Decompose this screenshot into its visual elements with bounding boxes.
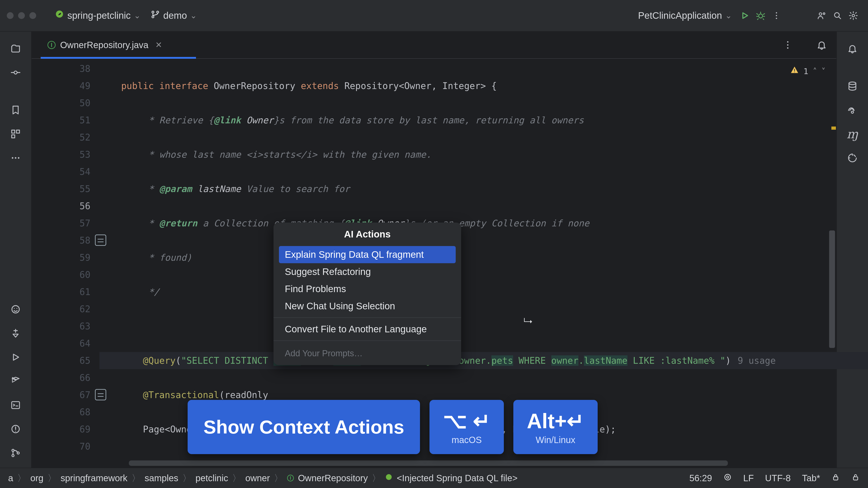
horizontal-scrollbar[interactable] <box>32 459 836 468</box>
vcs-tool-icon[interactable] <box>8 445 24 461</box>
prev-highlight-icon[interactable]: ˄ <box>813 63 817 80</box>
svg-point-28 <box>787 44 788 46</box>
svg-point-11 <box>852 14 855 17</box>
svg-point-29 <box>787 47 788 48</box>
close-tab-icon[interactable]: ✕ <box>155 40 162 50</box>
settings-button[interactable] <box>845 8 861 24</box>
shortcut-mac-label: macOS <box>452 435 482 445</box>
run-config-name: PetClinicApplication <box>638 10 722 21</box>
svg-point-5 <box>776 12 777 13</box>
svg-rect-35 <box>854 477 858 480</box>
svg-point-21 <box>17 308 18 309</box>
method-implement-icon[interactable] <box>95 389 106 400</box>
spring-leaf-icon <box>55 10 64 22</box>
svg-point-12 <box>14 71 17 74</box>
svg-rect-15 <box>12 135 15 138</box>
chevron-down-icon: ⌄ <box>190 11 197 20</box>
search-everywhere-button[interactable] <box>830 8 845 24</box>
commit-tool-icon[interactable] <box>8 65 24 80</box>
svg-point-27 <box>787 41 788 43</box>
popup-item-find-problems[interactable]: Find Problems <box>274 281 461 297</box>
database-tool-icon[interactable] <box>844 78 860 94</box>
notifications-icon[interactable] <box>816 39 827 51</box>
popup-item-convert[interactable]: Convert File to Another Language <box>274 321 461 338</box>
run-tool-icon[interactable] <box>8 349 24 365</box>
code-content[interactable]: public interface OwnerRepository extends… <box>99 59 836 459</box>
branch-name: demo <box>163 10 187 21</box>
line-number-gutter: 38 49 50 51 52 53 54 55 56 57 58 59 60 6… <box>32 59 99 459</box>
shortcut-title: Show Context Actions <box>204 416 404 438</box>
traffic-close[interactable] <box>7 12 13 19</box>
branch-selector[interactable]: demo ⌄ <box>146 7 202 24</box>
svg-point-16 <box>12 157 13 159</box>
popup-title: AI Actions <box>274 223 461 246</box>
inspection-widget[interactable]: 1 ˄ ˅ <box>790 63 826 80</box>
interface-file-icon: I <box>48 41 56 49</box>
next-highlight-icon[interactable]: ˅ <box>822 63 826 80</box>
shortcut-win-label: Win/Linux <box>536 435 576 445</box>
warning-count: 1 <box>803 63 808 80</box>
coverage-tool-icon[interactable] <box>844 150 860 166</box>
popup-item-add-prompts[interactable]: Add Your Prompts… <box>274 344 461 365</box>
popup-separator <box>274 318 461 318</box>
terminal-tool-icon[interactable] <box>8 397 24 413</box>
svg-rect-13 <box>12 130 15 133</box>
svg-point-17 <box>15 157 17 159</box>
usages-hint[interactable]: 9 usage <box>731 352 776 369</box>
breadcrumb-part[interactable]: springframework <box>61 473 127 483</box>
warning-icon <box>790 63 799 80</box>
build-tool-icon[interactable] <box>8 325 24 341</box>
bookmarks-tool-icon[interactable] <box>8 102 24 118</box>
svg-point-7 <box>776 18 777 19</box>
svg-point-6 <box>776 15 777 16</box>
more-menu-button[interactable] <box>769 8 784 24</box>
status-lock-icon[interactable] <box>851 473 860 484</box>
breadcrumb-part[interactable]: a <box>8 473 13 483</box>
shortcut-mac-keys: ⌥ ↵ <box>443 409 490 433</box>
branch-icon <box>151 10 160 22</box>
code-with-me-button[interactable] <box>814 8 830 24</box>
notifications-tool-icon[interactable] <box>844 41 860 57</box>
svg-point-20 <box>14 308 15 309</box>
debug-button[interactable] <box>753 8 769 24</box>
popup-separator <box>274 340 461 341</box>
emoji-tool-icon[interactable] <box>8 301 24 317</box>
svg-point-18 <box>18 157 20 159</box>
run-config-selector[interactable]: PetClinicApplication ⌄ <box>630 8 737 23</box>
chevron-down-icon: ⌄ <box>725 11 732 20</box>
mouse-cursor-icon: ⮡ <box>524 317 532 327</box>
svg-rect-14 <box>17 130 20 133</box>
more-tools-icon[interactable] <box>8 150 24 166</box>
endpoints-tool-icon[interactable] <box>844 102 860 118</box>
file-tab-owner-repository[interactable]: I OwnerRepository.java ✕ <box>41 32 169 58</box>
svg-point-8 <box>819 13 822 15</box>
horizontal-scrollbar-thumb[interactable] <box>129 460 728 466</box>
svg-point-31 <box>851 111 854 113</box>
file-tab-label: OwnerRepository.java <box>60 40 149 50</box>
svg-rect-22 <box>12 402 20 409</box>
right-tool-rail: ɱ <box>836 32 868 468</box>
title-bar: spring-petclinic ⌄ demo ⌄ PetClinicAppli… <box>0 0 868 32</box>
left-tool-rail <box>0 32 32 468</box>
svg-point-30 <box>849 82 856 85</box>
breadcrumb-part[interactable]: org <box>30 473 43 483</box>
popup-item-suggest[interactable]: Suggest Refactoring <box>274 263 461 281</box>
vertical-scrollbar-thumb[interactable] <box>829 230 835 348</box>
scrollbar-warning-marker[interactable] <box>831 127 836 130</box>
svg-point-9 <box>823 13 825 14</box>
traffic-max[interactable] <box>29 12 36 19</box>
shortcut-overlay: Show Context Actions ⌥ ↵ macOS Alt+↵ Win… <box>188 400 598 454</box>
method-implement-icon[interactable] <box>95 234 106 246</box>
structure-tool-icon[interactable] <box>8 126 24 142</box>
problems-tool-icon[interactable] <box>8 421 24 437</box>
popup-item-explain[interactable]: Explain Spring Data QL fragment <box>279 246 456 263</box>
maven-tool-icon[interactable]: ɱ <box>844 126 860 142</box>
project-tool-icon[interactable] <box>8 41 24 57</box>
services-tool-icon[interactable] <box>8 373 24 389</box>
project-selector[interactable]: spring-petclinic ⌄ <box>50 7 146 24</box>
popup-item-new-chat[interactable]: New Chat Using Selection <box>274 297 461 315</box>
run-button[interactable] <box>737 8 753 24</box>
traffic-min[interactable] <box>18 12 25 19</box>
tab-more-icon[interactable] <box>782 39 794 51</box>
shortcut-win-keys: Alt+↵ <box>527 409 584 433</box>
